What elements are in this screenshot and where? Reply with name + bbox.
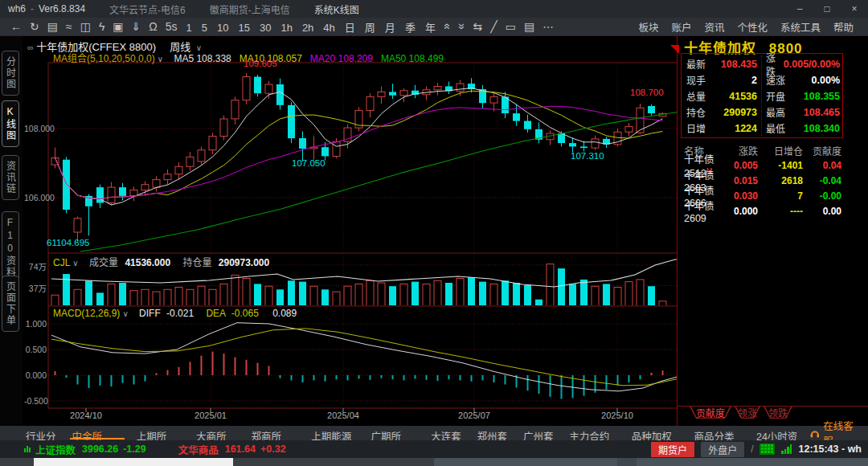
exchange-tab-大商所DCE[interactable]: 大商所DCE <box>194 427 240 439</box>
window-controls: – □ × <box>786 0 868 18</box>
kline-chart-canvas[interactable] <box>23 36 699 426</box>
toolbar-menus: 板块账户资讯个性化系统工具帮助 <box>632 19 868 35</box>
macd-label[interactable]: MACD(12,26,9) <box>53 308 120 319</box>
maximize-button[interactable]: □ <box>813 0 841 18</box>
broker-line-label[interactable]: 徽商期货-上海电信 <box>210 2 290 16</box>
futures-account-button[interactable]: 期货户 <box>651 442 694 457</box>
menu-帮助[interactable]: 帮助 <box>833 22 854 34</box>
quote-row-最低: 最低108.340 <box>766 120 840 137</box>
exchange-tab-上期所SHFE[interactable]: 上期所SHFE <box>135 427 184 439</box>
link-icon[interactable]: ∞ <box>27 43 34 52</box>
volume-label: 成交量 <box>89 257 118 268</box>
change-value: 0.000 <box>723 206 758 217</box>
exchange-tab-行业分类[interactable]: 行业分类 <box>24 427 59 439</box>
caret-down-icon[interactable]: ∨ <box>122 309 128 318</box>
exchange-tab-广期所GFEX[interactable]: 广期所GFEX <box>369 427 419 439</box>
period-年[interactable]: 年 <box>425 22 436 34</box>
period-10[interactable]: 10 <box>217 22 228 34</box>
overseas-account-button[interactable]: 外盘户 <box>701 442 744 457</box>
exchange-tab-主力合约排名[interactable]: 主力合约排名 <box>567 427 620 439</box>
macd-axis-label: 1.000 <box>24 319 47 329</box>
tab-label: 贡献度 <box>696 406 725 419</box>
more-icon[interactable]: ⋯ <box>542 21 554 32</box>
period-1[interactable]: 1 <box>186 22 192 34</box>
exchange-tab-bar: 行业分类中金所CFFEX上期所SHFE大商所DCE郑商所CZCE上期能源INE广… <box>0 426 868 440</box>
panel-tab-领涨[interactable]: 领涨 <box>735 407 760 419</box>
period-日[interactable]: 日 <box>345 22 355 34</box>
ma-group-label[interactable]: MA组合(5,10,20,50,0,0) <box>53 53 155 64</box>
quote-value: 108.340 <box>804 123 840 134</box>
close-button[interactable]: × <box>841 0 868 18</box>
index1-label[interactable]: 上证指数 <box>35 442 76 457</box>
col-oi-change: 日增仓 <box>758 144 803 157</box>
exchange-tab-大连套利[interactable]: 大连套利 <box>429 427 465 439</box>
col-contribution: 贡献度 <box>803 144 841 157</box>
exchange-tab-上期能源INE[interactable]: 上期能源INE <box>309 427 358 439</box>
exchange-tab-广州套利[interactable]: 广州套利 <box>522 427 557 439</box>
quote-value: 108.465 <box>804 107 840 118</box>
period-4h[interactable]: 4h <box>323 22 334 34</box>
exchange-tab-中金所CFFEX[interactable]: 中金所CFFEX <box>70 427 124 439</box>
chart-region[interactable]: ∞ 十年债加权(CFFEX 8800) 周线 ∨ MA组合(5,10,20,50… <box>23 36 699 426</box>
period-1h[interactable]: 1h <box>280 22 292 34</box>
table-row-十年债2609[interactable]: 十年债26090.000----0.00 <box>681 203 845 219</box>
quote-label: 开盘 <box>766 89 785 103</box>
menu-板块[interactable]: 板块 <box>638 22 658 34</box>
notes-icon[interactable]: ▤ <box>524 21 534 32</box>
x-axis-label: 2025/01 <box>194 411 227 420</box>
period-2h[interactable]: 2h <box>302 22 313 34</box>
period-5[interactable]: 5 <box>202 22 207 34</box>
exchange-tab-品种加权排名[interactable]: 品种加权排名 <box>630 427 682 439</box>
period-30[interactable]: 30 <box>260 22 271 34</box>
cjl-label[interactable]: CJL <box>53 257 70 268</box>
chart-window-icon[interactable]: ▣ <box>113 21 123 32</box>
sidebar-tab-资讯链[interactable]: 资讯链 <box>2 155 19 200</box>
annotation-low-value: 04.695 <box>61 238 89 247</box>
period-周[interactable]: 周 <box>365 22 375 34</box>
period-15[interactable]: 15 <box>238 22 249 34</box>
period-月[interactable]: 月 <box>385 22 395 34</box>
flash-order-icon[interactable]: ϟ <box>99 21 104 32</box>
back-icon[interactable]: ← <box>10 21 22 32</box>
refresh-icon[interactable]: ↻ <box>30 21 39 32</box>
alert-icon[interactable]: Ω <box>149 21 157 32</box>
trend-line-icon[interactable]: ≈ <box>66 21 72 32</box>
menu-个性化[interactable]: 个性化 <box>737 22 768 34</box>
menu-资讯[interactable]: 资讯 <box>704 22 724 34</box>
cloud-download-icon[interactable]: ⇓ <box>132 21 141 32</box>
mini-chart-icon <box>24 446 31 452</box>
exchange-tab-24小时资讯[interactable]: 24小时资讯 <box>755 427 800 439</box>
caret-down-icon[interactable]: ∨ <box>72 259 78 268</box>
rect-tool-icon[interactable]: ▭ <box>506 21 516 32</box>
expand-icon[interactable]: ⇆ <box>473 21 483 32</box>
sidebar-tab-K线图[interactable]: K线图 <box>2 100 19 147</box>
index2-label[interactable]: 文华商品 <box>178 442 219 457</box>
exchange-tab-商品分类指数[interactable]: 商品分类指数 <box>692 427 744 439</box>
cloud-node-label[interactable]: 文华云节点-电信6 <box>109 2 186 16</box>
annotation-chart-low: 61104.695 <box>47 238 90 247</box>
sidebar-tab-分时图[interactable]: 分时图 <box>2 51 19 96</box>
keyboard-icon[interactable] <box>760 444 775 455</box>
chevron-up-icon[interactable]: « <box>442 23 453 30</box>
caret-down-icon[interactable]: ∨ <box>158 55 163 63</box>
draw-line-icon[interactable]: ╱ <box>490 21 497 32</box>
chevron-down-icon[interactable]: » <box>457 23 468 30</box>
period-季[interactable]: 季 <box>405 22 416 34</box>
exchange-tab-郑州套利[interactable]: 郑州套利 <box>476 427 511 439</box>
quote-table-icon[interactable]: ▤ <box>47 21 58 32</box>
panel-tab-领跌[interactable]: 领跌 <box>764 407 792 419</box>
exchange-tab-郑商所CZCE[interactable]: 郑商所CZCE <box>250 427 300 439</box>
panel-tab-贡献度[interactable]: 贡献度 <box>690 407 731 419</box>
candlestick-icon[interactable]: ◫ <box>80 21 91 32</box>
sidebar-tab-F10资料[interactable]: F10资料 <box>2 211 19 284</box>
quote-row-日增: 日增1224 <box>686 120 757 137</box>
minimize-button[interactable]: – <box>786 0 813 18</box>
taskbar-sliver <box>0 458 868 466</box>
sidebar-tab-页面下单[interactable]: 页面下单 <box>2 276 19 332</box>
quote-value: 290973 <box>723 107 757 118</box>
menu-账户[interactable]: 账户 <box>671 22 691 34</box>
index1-change: -1.29 <box>123 444 146 455</box>
open-interest-value: 290973.000 <box>219 257 269 268</box>
seconds-period[interactable]: 5s <box>166 21 178 32</box>
menu-系统工具[interactable]: 系统工具 <box>780 22 821 34</box>
